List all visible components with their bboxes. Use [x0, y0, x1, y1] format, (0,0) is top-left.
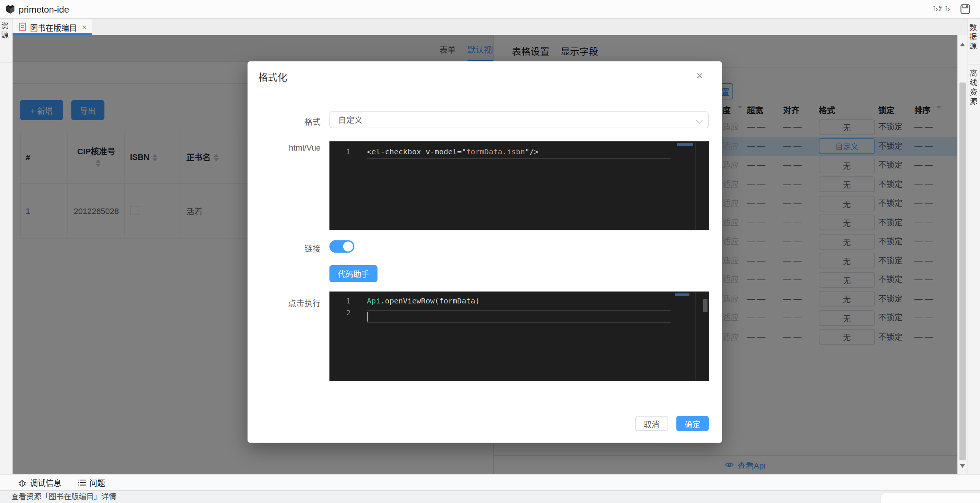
ok-button[interactable]: 确定 [676, 416, 709, 431]
right-rail-divider [968, 64, 980, 65]
cancel-button[interactable]: 取消 [635, 416, 668, 431]
code-line: Api.openViewRow(formData) [367, 295, 480, 307]
line-number: 1 [329, 295, 362, 307]
dialog-close-icon[interactable]: × [696, 69, 703, 82]
document-icon [19, 22, 26, 32]
vertical-scrollbar[interactable] [958, 35, 967, 474]
line-number: 1 [329, 146, 362, 158]
dialog-title: 格式化 [258, 69, 287, 83]
status-text: 查看资源「图书在版编目」详情 [11, 491, 980, 502]
current-line-border [367, 158, 671, 159]
status-bar: 查看资源「图书在版编目」详情 [0, 490, 980, 503]
left-rail: 资源 [0, 19, 13, 474]
editor-scrollbar-thumb[interactable] [703, 299, 708, 312]
sidebar-item-offline-resources[interactable]: 离线资源 [970, 69, 979, 107]
current-line-border [367, 310, 671, 311]
format-select-value: 自定义 [338, 112, 708, 128]
code-assistant-button[interactable]: 代码助手 [329, 265, 378, 282]
tab-book-catalog[interactable]: 图书在版编目 × [13, 19, 92, 35]
left-rail-divider [0, 62, 13, 63]
link-label: 链接 [248, 242, 321, 254]
line-number: 2 [329, 307, 362, 319]
html-vue-code-editor[interactable]: 1 <el-checkbox v-model="formData.isbn"/> [329, 141, 709, 230]
editor-tab-bar: 图书在版编目 × [13, 19, 968, 35]
title-bar: primeton-ide î›ž î› [0, 0, 980, 19]
app-logo-icon [5, 5, 16, 17]
tab-close-icon[interactable]: × [82, 22, 87, 32]
save-icon[interactable] [960, 4, 971, 16]
list-icon [78, 479, 86, 486]
format-dialog: 格式化 × 格式 自定义 html/Vue 1 <el-checkbox v-m… [248, 61, 722, 443]
click-execute-label: 点击执行 [248, 296, 321, 308]
html-vue-label: html/Vue [248, 143, 321, 152]
link-toggle[interactable] [329, 240, 354, 253]
tab-title: 图书在版编目 [30, 21, 77, 33]
scroll-up-arrow-icon[interactable] [960, 40, 965, 46]
minimap-code-mark [675, 294, 689, 296]
minimap-divider [695, 292, 696, 381]
problems-item[interactable]: 问题 [78, 477, 121, 489]
right-rail: 数据源 离线资源 [967, 19, 980, 474]
code-line: <el-checkbox v-model="formData.isbn"/> [367, 146, 539, 158]
debug-bar: 调试信息 问题 [0, 474, 980, 490]
sidebar-item-resources[interactable]: 资源 [2, 22, 10, 41]
titlebar-glyph-icons[interactable]: î›ž î› [933, 5, 951, 12]
scroll-down-arrow-icon[interactable] [960, 464, 965, 470]
format-label: 格式 [248, 115, 321, 127]
debug-info-item[interactable]: 调试信息 [18, 477, 78, 489]
minimap-divider [695, 141, 696, 230]
current-line-border [367, 322, 671, 323]
app-title: primeton-ide [19, 4, 69, 14]
click-execute-code-editor[interactable]: 1 2 Api.openViewRow(formData) [329, 292, 709, 381]
format-select[interactable]: 自定义 [329, 111, 709, 128]
text-cursor [367, 312, 368, 321]
scrollbar-thumb[interactable] [959, 83, 966, 460]
minimap-code-mark [677, 143, 693, 146]
sidebar-item-datasource[interactable]: 数据源 [970, 24, 978, 52]
bug-icon [18, 478, 26, 487]
corner-panel [880, 492, 980, 503]
toggle-knob [343, 241, 353, 251]
